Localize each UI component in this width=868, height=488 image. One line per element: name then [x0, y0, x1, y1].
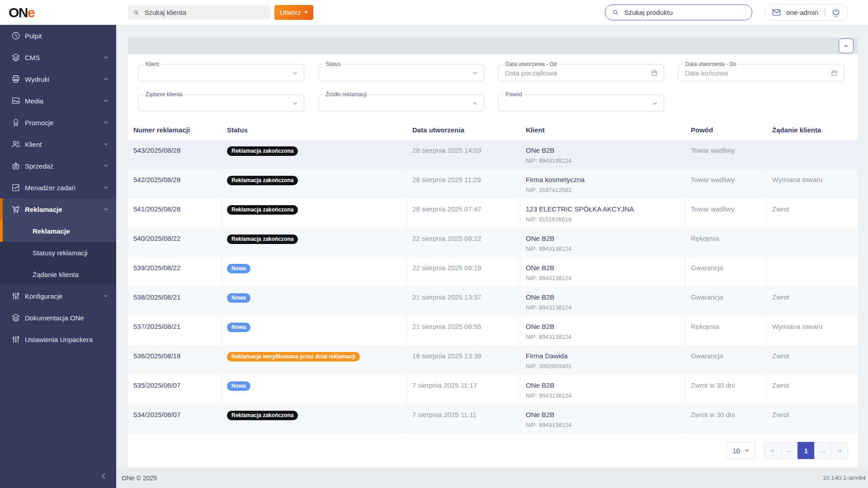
page-size-value: 10: [732, 447, 740, 455]
reason: Towar wadliwy: [685, 198, 767, 228]
sidebar-item-pulpit[interactable]: Pulpit: [0, 25, 116, 47]
sidebar-subitem-label: Reklamacje: [33, 227, 70, 235]
sidebar-item-sprzedaz[interactable]: Sprzedaż: [0, 155, 116, 177]
status-cell: Reklamacja zakończona: [222, 404, 407, 433]
table-row[interactable]: 537/2025/08/21 Nowa 21 sierpnia 2025 08:…: [128, 316, 858, 345]
client-cell: 123 ELECTRIC SPÓŁKA AKCYJNA NIP: 9151626…: [520, 198, 685, 228]
basket-icon: [11, 161, 21, 171]
filter-powod-select[interactable]: Powód: [498, 94, 664, 112]
field-label: Żądanie klienta: [143, 91, 184, 98]
sidebar-item-menadzer-zadan[interactable]: Menadżer zadań: [0, 177, 116, 198]
current-page-button[interactable]: 1: [797, 442, 815, 459]
previous-page-button[interactable]: ←: [781, 442, 798, 459]
app-logo[interactable]: ONe: [9, 5, 34, 20]
sidebar-item-ustawienia-unpackera[interactable]: Ustawienia Unpackera: [0, 328, 116, 350]
client-search[interactable]: [128, 5, 271, 19]
created-date: 7 sierpnia 2025 11:17: [407, 375, 520, 404]
client-cell: ONe B2B NIP: 8943138124: [520, 316, 685, 345]
user-menu[interactable]: one-admin: [764, 4, 848, 21]
product-search[interactable]: [605, 5, 752, 20]
reason: Gwarancja: [685, 345, 767, 375]
sidebar-item-reklamacje[interactable]: Reklamacje: [0, 198, 116, 220]
main-content: Klient Status Data utworzenia - Od Data …: [128, 38, 858, 468]
column-header-zadanie-klienta: Żądanie klienta: [767, 126, 858, 134]
sidebar-item-label: Promocje: [25, 119, 99, 127]
table-row[interactable]: 541/2025/08/28 Reklamacja zakończona 28 …: [128, 198, 858, 228]
column-header-klient: Klient: [520, 126, 685, 134]
reason: Zwrot w 30 dni: [685, 404, 767, 433]
client-cell: ONe B2B NIP: 8943138124: [520, 257, 685, 286]
created-date: 7 sierpnia 2025 11:11: [407, 404, 520, 433]
complaint-number: 539/2025/08/22: [128, 257, 222, 286]
table-row[interactable]: 535/2025/08/07 Nowa 7 sierpnia 2025 11:1…: [128, 375, 858, 404]
sidebar-subitem-statusy-reklamacji[interactable]: Statusy reklamacji: [0, 242, 116, 263]
chevron-up-icon: [843, 42, 849, 49]
chevron-down-icon: [103, 141, 109, 147]
sidebar-item-konfiguracje[interactable]: Konfiguracje: [0, 285, 116, 307]
page-size-select[interactable]: 10: [726, 442, 755, 459]
logo-e: e: [28, 5, 34, 20]
sidebar-item-media[interactable]: Media: [0, 90, 116, 112]
filter-collapse-button[interactable]: [839, 38, 854, 53]
sidebar-item-cms[interactable]: CMS: [0, 47, 116, 68]
client-name: ONe B2B: [526, 411, 680, 418]
client-cell: ONe B2B NIP: 8943138124: [520, 140, 685, 169]
sidebar-subitem-zadanie-klienta[interactable]: Żądanie klienta: [0, 263, 116, 285]
table-row[interactable]: 543/2025/08/28 Reklamacja zakończona 28 …: [128, 140, 858, 169]
status-badge: Reklamacja zakończona: [227, 235, 298, 244]
table-row[interactable]: 539/2025/08/22 Nowa 22 sierpnia 2025 08:…: [128, 257, 858, 286]
filter-klient-select[interactable]: Klient: [138, 64, 304, 81]
status-badge: Nowa: [227, 293, 250, 303]
sidebar-item-klient[interactable]: Klient: [0, 133, 116, 155]
table-row[interactable]: 540/2025/08/22 Reklamacja zakończona 22 …: [128, 228, 858, 257]
created-date: 28 sierpnia 2025 11:29: [407, 169, 520, 198]
created-date: 28 sierpnia 2025 07:47: [407, 198, 520, 228]
chevron-down-icon: [744, 448, 750, 453]
next-page-button[interactable]: →: [814, 442, 831, 459]
pagination-buttons: « ← 1 → »: [764, 442, 848, 459]
sidebar-item-label: Media: [25, 97, 99, 105]
chevron-down-icon: [103, 98, 109, 104]
client-cell: Firma kosmetyczna NIP: 2587412582: [520, 169, 685, 198]
sidebar-subitem-label: Żądanie klienta: [33, 271, 79, 278]
create-button[interactable]: Utwórz: [274, 5, 313, 20]
created-date: 18 sierpnia 2025 13:38: [407, 345, 520, 375]
status-badge: Nowa: [227, 264, 250, 273]
client-name: ONe B2B: [526, 381, 680, 389]
sidebar-item-wydruki[interactable]: Wydruki: [0, 68, 116, 90]
sidebar-subitem-reklamacje[interactable]: Reklamacje: [0, 220, 116, 242]
table-row[interactable]: 542/2025/08/28 Reklamacja zakończona 28 …: [128, 169, 858, 198]
table-row[interactable]: 536/2025/08/18 Reklamacja weryfikowana p…: [128, 345, 858, 375]
calendar-icon: [830, 69, 838, 77]
field-label: Data utworzenia - Od: [503, 61, 559, 67]
sidebar-item-promocje[interactable]: Promocje: [0, 112, 116, 133]
date-to-input[interactable]: [684, 69, 830, 77]
status-badge: Reklamacja weryfikowana przez dział rekl…: [227, 352, 360, 361]
table-row[interactable]: 534/2025/08/07 Reklamacja zakończona 7 s…: [128, 404, 858, 433]
client-nip: NIP: 3002003401: [526, 363, 680, 370]
status-cell: Reklamacja zakończona: [222, 169, 407, 198]
sidebar-collapse-button[interactable]: [95, 468, 112, 484]
client-request: Zwrot: [767, 404, 858, 433]
sidebar-item-label: Reklamacje: [25, 206, 99, 213]
last-page-button[interactable]: »: [831, 442, 848, 459]
power-icon[interactable]: [831, 8, 840, 18]
product-search-input[interactable]: [623, 8, 745, 17]
table-row[interactable]: 538/2025/08/21 Nowa 21 sierpnia 2025 13:…: [128, 286, 858, 316]
chevron-down-icon: [103, 76, 109, 82]
client-search-input[interactable]: [144, 8, 266, 17]
filter-zadanie-klienta-select[interactable]: Żądanie klienta: [138, 94, 304, 112]
sidebar-item-label: Wydruki: [25, 75, 99, 83]
first-page-button[interactable]: «: [764, 442, 781, 459]
filter-date-from[interactable]: Data utworzenia - Od: [498, 64, 664, 81]
sidebar-item-label: CMS: [25, 54, 99, 61]
complaint-number: 542/2025/08/28: [128, 169, 222, 198]
search-icon: [133, 9, 140, 16]
date-from-input[interactable]: [504, 69, 651, 77]
status-badge: Nowa: [227, 323, 250, 332]
filter-date-to[interactable]: Data utworzenia - Do: [678, 64, 844, 81]
sidebar-item-dokumentacja-one[interactable]: Dokumentacja ONe: [0, 307, 116, 328]
filter-status-select[interactable]: Status: [318, 64, 484, 81]
users-icon: [11, 139, 21, 149]
filter-zrodlo-reklamacji-select[interactable]: Źródło reklamacji: [318, 94, 484, 112]
